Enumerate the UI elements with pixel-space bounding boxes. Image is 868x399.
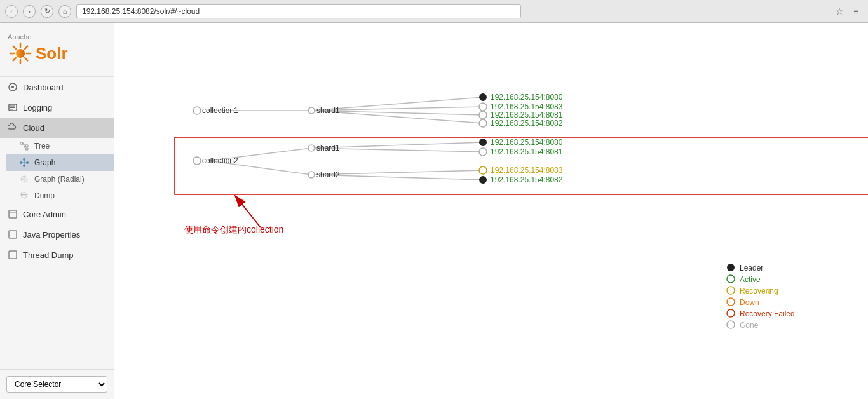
svg-text:192.168.25.154:8082: 192.168.25.154:8082: [491, 175, 563, 184]
svg-rect-16: [25, 145, 28, 147]
svg-point-61: [193, 157, 201, 165]
logo-area: Apache: [0, 23, 114, 77]
svg-point-86: [727, 309, 735, 317]
svg-text:collection1: collection1: [202, 106, 238, 115]
svg-point-84: [727, 298, 735, 306]
svg-text:shard2: shard2: [316, 170, 340, 179]
graph-icon: [19, 158, 29, 168]
svg-rect-33: [9, 210, 17, 218]
svg-point-73: [479, 176, 487, 184]
svg-text:192.168.25.154:8082: 192.168.25.154:8082: [491, 119, 563, 128]
svg-text:192.168.25.154:8080: 192.168.25.154:8080: [491, 138, 563, 147]
svg-point-67: [479, 139, 487, 146]
svg-text:192.168.25.154:8080: 192.168.25.154:8080: [491, 93, 563, 102]
dump-icon: [19, 191, 29, 201]
sidebar-item-dashboard[interactable]: Dashboard: [0, 77, 114, 97]
menu-icon[interactable]: ≡: [849, 4, 863, 18]
graph-radial-label: Graph (Radial): [34, 175, 85, 184]
svg-text:192.168.25.154:8083: 192.168.25.154:8083: [491, 166, 563, 175]
dump-label: Dump: [34, 191, 55, 200]
logging-label: Logging: [23, 103, 52, 112]
tree-label: Tree: [34, 142, 50, 151]
core-admin-icon: [8, 209, 18, 219]
svg-point-48: [479, 103, 487, 111]
svg-point-42: [193, 107, 201, 114]
sidebar-item-graph[interactable]: Graph: [6, 154, 114, 171]
address-bar[interactable]: 192.168.25.154:8082/solr/#/~cloud: [76, 4, 521, 18]
core-selector-area: Core Selector: [0, 369, 114, 399]
cloud-subnav: Tree Graph Graph (Radial): [0, 138, 114, 204]
sidebar-item-tree[interactable]: Tree: [6, 138, 114, 154]
svg-point-69: [479, 148, 487, 156]
sidebar-item-graph-radial[interactable]: Graph (Radial): [6, 171, 114, 187]
refresh-button[interactable]: ↻: [41, 5, 53, 18]
svg-point-65: [308, 172, 315, 178]
svg-point-32: [21, 193, 27, 195]
sidebar-item-thread-dump[interactable]: Thread Dump: [0, 245, 114, 265]
graph-label: Graph: [34, 158, 55, 167]
solr-text: Solr: [36, 44, 68, 64]
svg-rect-35: [9, 231, 17, 238]
back-button[interactable]: ‹: [5, 5, 18, 18]
sidebar-item-cloud[interactable]: Cloud: [0, 118, 114, 138]
sidebar-item-java-properties[interactable]: Java Properties: [0, 224, 114, 245]
svg-text:192.168.25.154:8083: 192.168.25.154:8083: [491, 102, 563, 111]
svg-point-23: [23, 165, 25, 167]
svg-point-22: [26, 161, 29, 164]
graph-radial-icon: [19, 174, 29, 184]
svg-point-71: [479, 166, 487, 174]
java-props-icon: [8, 229, 18, 240]
svg-text:shard1: shard1: [316, 144, 340, 152]
dashboard-icon: [8, 82, 18, 92]
svg-text:collection2: collection2: [202, 156, 238, 165]
svg-line-1: [25, 46, 27, 49]
cloud-label: Cloud: [23, 123, 44, 133]
svg-point-8: [16, 49, 25, 58]
core-admin-label: Core Admin: [23, 210, 66, 219]
nav-section: Dashboard Logging Cloud: [0, 77, 114, 369]
svg-point-20: [20, 161, 22, 164]
svg-text:Leader: Leader: [740, 264, 763, 273]
apache-label: Apache: [8, 33, 106, 41]
tree-icon: [19, 141, 29, 151]
java-properties-label: Java Properties: [23, 230, 80, 240]
svg-text:192.168.25.154:8081: 192.168.25.154:8081: [491, 111, 563, 119]
svg-point-44: [308, 107, 315, 114]
svg-point-46: [479, 93, 487, 101]
svg-rect-15: [20, 142, 23, 144]
svg-point-82: [727, 287, 735, 294]
svg-line-76: [235, 196, 261, 227]
svg-text:使用命令创建的collection: 使用命令创建的collection: [184, 224, 283, 234]
app-container: Apache: [0, 23, 868, 399]
solr-logo: Solr: [8, 41, 106, 66]
svg-line-3: [25, 58, 27, 60]
bookmark-icon[interactable]: ☆: [832, 4, 846, 18]
svg-text:shard1: shard1: [316, 106, 340, 115]
svg-point-52: [479, 119, 487, 127]
svg-text:Recovering: Recovering: [740, 287, 778, 295]
sidebar-item-core-admin[interactable]: Core Admin: [0, 204, 114, 224]
svg-point-27: [23, 178, 25, 180]
svg-point-63: [308, 145, 315, 151]
svg-text:192.168.25.154:8081: 192.168.25.154:8081: [491, 147, 563, 156]
solr-icon: [8, 41, 33, 66]
svg-text:Recovery Failed: Recovery Failed: [740, 309, 795, 318]
svg-point-80: [727, 275, 735, 283]
svg-point-10: [11, 86, 14, 88]
svg-point-21: [23, 158, 25, 161]
thread-dump-label: Thread Dump: [23, 250, 73, 260]
core-selector-dropdown[interactable]: Core Selector: [6, 376, 107, 393]
forward-button[interactable]: ›: [23, 5, 36, 18]
sidebar-item-logging[interactable]: Logging: [0, 97, 114, 118]
svg-point-78: [727, 264, 735, 271]
svg-rect-17: [25, 148, 28, 150]
svg-point-50: [479, 111, 487, 119]
browser-chrome: ‹ › ↻ ⌂ 192.168.25.154:8082/solr/#/~clou…: [0, 0, 868, 23]
sidebar-item-dump[interactable]: Dump: [6, 187, 114, 204]
svg-point-88: [727, 321, 735, 328]
svg-rect-36: [9, 251, 17, 259]
dashboard-label: Dashboard: [23, 83, 64, 92]
logging-icon: [8, 102, 18, 112]
home-button[interactable]: ⌂: [58, 5, 71, 18]
svg-text:Active: Active: [740, 275, 761, 284]
